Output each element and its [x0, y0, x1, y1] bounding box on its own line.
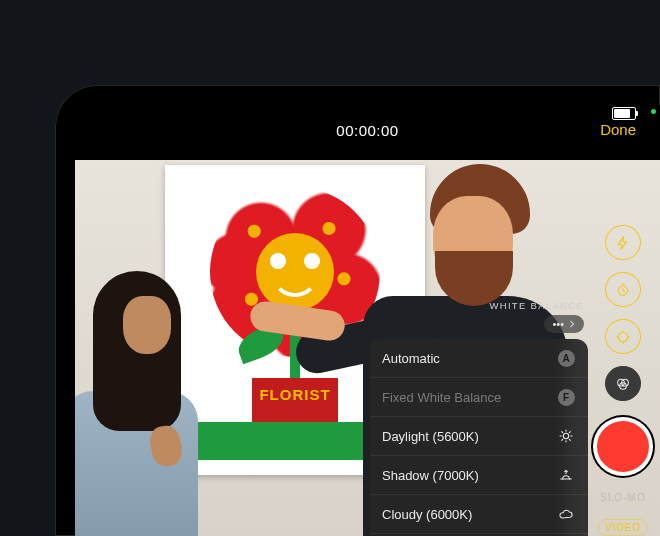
white-balance-option-label: Fixed White Balance	[382, 390, 501, 405]
white-balance-more[interactable]: •••	[370, 315, 588, 333]
right-control-rail: SLO-MO VIDEO	[596, 225, 650, 536]
cloud-icon	[556, 504, 576, 524]
top-bar: 00:00:00 Done	[75, 105, 660, 155]
shade-icon	[556, 465, 576, 485]
white-balance-option[interactable]: Shadow (7000K)	[370, 455, 588, 494]
white-balance-option-label: Shadow (7000K)	[382, 468, 479, 483]
white-balance-option: Fixed White BalanceF	[370, 377, 588, 416]
poster-label: FLORIST	[252, 386, 338, 403]
white-balance-button[interactable]	[605, 319, 641, 354]
white-balance-option[interactable]: AutomaticA	[370, 339, 588, 377]
white-balance-list: AutomaticAFixed White BalanceFDaylight (…	[370, 339, 588, 536]
mode-video[interactable]: VIDEO	[598, 519, 648, 536]
device-frame: FLORIST 00:00:00 Done	[0, 0, 660, 536]
white-balance-option-label: Daylight (5600K)	[382, 429, 479, 444]
white-balance-option[interactable]: Daylight (5600K)	[370, 416, 588, 455]
more-icon: •••	[552, 318, 564, 330]
svg-point-1	[618, 332, 627, 341]
record-button[interactable]	[593, 417, 653, 476]
recording-time: 00:00:00	[336, 122, 398, 139]
letter-badge-icon: A	[556, 348, 576, 368]
white-balance-option[interactable]: Cloudy (6000K)	[370, 494, 588, 533]
effects-button[interactable]	[605, 366, 641, 401]
screen: FLORIST 00:00:00 Done	[75, 105, 660, 536]
letter-badge-icon: F	[556, 387, 576, 407]
done-button[interactable]: Done	[600, 121, 636, 138]
mode-slomo[interactable]: SLO-MO	[600, 492, 645, 503]
person-left	[75, 236, 198, 536]
ipad-frame: FLORIST 00:00:00 Done	[55, 85, 660, 536]
white-balance-title: WHITE BALANCE	[370, 300, 588, 311]
sun-icon	[556, 426, 576, 446]
white-balance-option-label: Cloudy (6000K)	[382, 507, 472, 522]
chevron-right-icon	[568, 320, 576, 328]
white-balance-option-label: Automatic	[382, 351, 440, 366]
white-balance-menu: WHITE BALANCE ••• AutomaticAFixed White …	[370, 300, 588, 536]
timer-button[interactable]	[605, 272, 641, 307]
svg-point-5	[563, 433, 568, 438]
flash-button[interactable]	[605, 225, 641, 260]
